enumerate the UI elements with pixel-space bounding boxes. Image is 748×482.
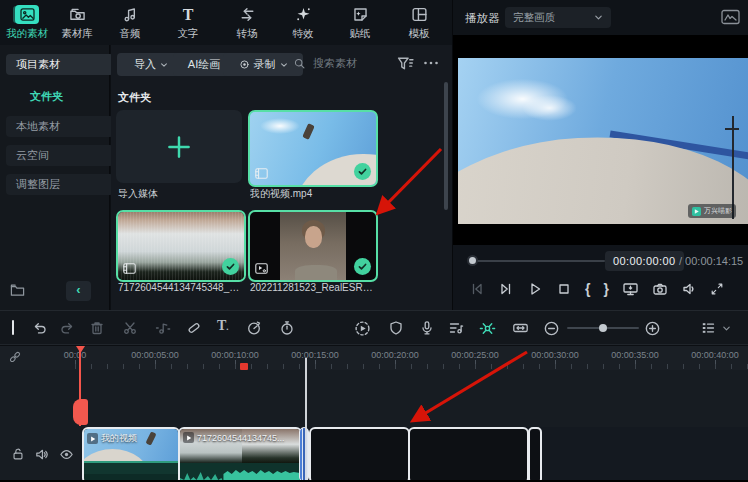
- voiceover-mic-icon[interactable]: [419, 320, 435, 336]
- stock-media-icon: [69, 6, 86, 23]
- marker-icon[interactable]: [186, 320, 202, 336]
- redo-button[interactable]: [59, 320, 75, 336]
- split-button[interactable]: [122, 320, 138, 336]
- adjustment-list-icon[interactable]: [448, 320, 464, 336]
- sidebar-item-project-media[interactable]: 项目素材: [6, 54, 114, 75]
- record-button[interactable]: 录制: [223, 53, 303, 76]
- stop-button[interactable]: [556, 281, 572, 297]
- timeline-empty-clip-1[interactable]: [309, 427, 410, 482]
- sidebar-item-folder[interactable]: 文件夹: [30, 89, 63, 104]
- shield-icon[interactable]: [388, 320, 404, 336]
- seek-handle[interactable]: [467, 255, 478, 266]
- import-media-card[interactable]: [116, 110, 242, 183]
- snapshot-button[interactable]: [652, 281, 668, 297]
- tab-my-media[interactable]: 我的素材: [0, 4, 54, 41]
- media-card-portrait[interactable]: [248, 210, 378, 282]
- selected-check-icon: [222, 258, 239, 275]
- speed-ramp-icon[interactable]: [246, 320, 262, 336]
- tab-transition[interactable]: 转场: [220, 4, 274, 41]
- timeline-clip-my-video[interactable]: 我的视频: [82, 427, 180, 482]
- playhead-grip[interactable]: [73, 399, 88, 425]
- card-label: 7172604544134745348_r ...: [118, 282, 242, 293]
- timeline-clip-waterfall[interactable]: 7172604544134745...: [178, 427, 302, 482]
- sidebar-item-adjustment-layer[interactable]: 调整图层: [6, 174, 114, 195]
- quality-value: 完整画质: [513, 11, 555, 25]
- ruler-label: 00:00:30:00: [531, 350, 579, 360]
- timeline-empty-clip-2[interactable]: [408, 427, 529, 482]
- play-icon: [87, 433, 98, 444]
- zoom-out-icon[interactable]: [543, 320, 560, 337]
- ruler-minor-ticks: [60, 364, 748, 369]
- media-card-my-video[interactable]: [248, 110, 378, 187]
- video-file-icon: [255, 168, 268, 179]
- track-manager-icon[interactable]: [700, 320, 716, 336]
- play-proxy-icon: [255, 263, 268, 274]
- tab-audio[interactable]: 音频: [103, 4, 157, 41]
- search-box[interactable]: [293, 56, 385, 70]
- template-icon: [411, 6, 428, 23]
- tab-effects[interactable]: 特效: [276, 4, 330, 41]
- mark-in-button[interactable]: {: [585, 282, 590, 296]
- ruler-label: 00:00:10:00: [211, 350, 259, 360]
- video-file-icon: [123, 263, 136, 274]
- timeline-ruler[interactable]: 00:00 00:00:05:00 00:00:10:00 00:00:15:0…: [0, 346, 748, 370]
- edit-point-line: [305, 358, 307, 480]
- top-nav: 我的素材 素材库 音频 T 文字 转场 特效: [0, 0, 455, 45]
- select-tool-icon[interactable]: [12, 320, 14, 335]
- quality-dropdown[interactable]: 完整画质: [505, 7, 611, 28]
- fit-timeline-icon[interactable]: [512, 320, 529, 336]
- quick-split-mode-icon[interactable]: [479, 320, 496, 337]
- media-card-waterfall[interactable]: [116, 210, 246, 282]
- zoom-in-icon[interactable]: [644, 320, 661, 337]
- more-options-icon[interactable]: [423, 60, 439, 66]
- tab-stickers[interactable]: 贴纸: [333, 4, 387, 41]
- clip-label-row: 7172604544134745...: [183, 432, 285, 443]
- seek-bar[interactable]: [475, 260, 605, 262]
- filmora-app-window: 我的素材 素材库 音频 T 文字 转场 特效: [0, 0, 748, 482]
- player-viewport: 万兴喵影: [453, 35, 748, 245]
- undo-button[interactable]: [32, 320, 48, 336]
- play-button[interactable]: [527, 281, 543, 297]
- panel-divider: [452, 0, 453, 310]
- ruler-label: 00:00:40:00: [691, 350, 739, 360]
- sidebar-item-cloud-space[interactable]: 云空间: [6, 145, 114, 166]
- hide-track-icon[interactable]: [59, 447, 74, 462]
- sidebar-item-local-media[interactable]: 本地素材: [6, 116, 114, 137]
- search-input[interactable]: [311, 56, 385, 70]
- new-folder-icon[interactable]: [10, 283, 25, 297]
- end-marker: [240, 363, 248, 370]
- tab-text[interactable]: T 文字: [161, 4, 215, 41]
- mute-track-icon[interactable]: [34, 447, 49, 462]
- ruler-label: 00:00:35:00: [611, 350, 659, 360]
- watermark-text: 万兴喵影: [704, 206, 732, 216]
- filter-icon[interactable]: [397, 55, 414, 72]
- mark-out-button[interactable]: }: [603, 282, 608, 296]
- effects-icon: [295, 6, 312, 23]
- lock-track-icon[interactable]: [11, 447, 25, 461]
- ruler-label: 00:00:25:00: [451, 350, 499, 360]
- record-label: 录制: [254, 57, 276, 72]
- tab-templates[interactable]: 模板: [392, 4, 446, 41]
- zoom-slider-handle[interactable]: [599, 324, 607, 332]
- beat-detect-icon[interactable]: [155, 320, 171, 336]
- chevron-down-icon[interactable]: [722, 324, 731, 333]
- delete-button[interactable]: [89, 320, 105, 336]
- text-tool-icon[interactable]: T.: [217, 319, 229, 333]
- link-clips-icon[interactable]: [8, 350, 22, 364]
- timeline-empty-clip-3[interactable]: [528, 427, 542, 482]
- selected-check-icon: [354, 163, 371, 180]
- render-preview-icon[interactable]: [354, 320, 371, 337]
- volume-button[interactable]: [681, 281, 697, 297]
- next-frame-button[interactable]: [498, 281, 514, 297]
- timeline-clip-fragment[interactable]: [299, 427, 309, 482]
- ruler-label: 00:00:20:00: [371, 350, 419, 360]
- timer-icon[interactable]: [279, 320, 295, 336]
- mirror-display-button[interactable]: [622, 281, 639, 297]
- collapse-sidebar-button[interactable]: ‹: [66, 281, 91, 301]
- media-scrollbar[interactable]: [444, 82, 448, 210]
- previous-frame-button[interactable]: [469, 281, 485, 297]
- fullscreen-button[interactable]: [710, 282, 724, 296]
- section-title: 文件夹: [118, 90, 151, 105]
- scopes-icon[interactable]: [721, 9, 740, 25]
- tab-stock-media[interactable]: 素材库: [50, 4, 104, 41]
